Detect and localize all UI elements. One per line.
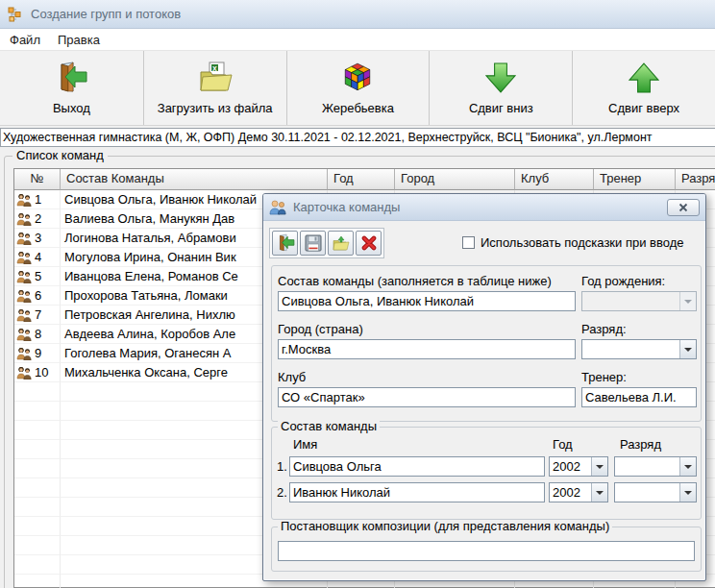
table-cell — [14, 421, 61, 440]
save-icon — [305, 234, 322, 252]
team-members-group: Состав команды Имя Год Разряд 1. 2002 2.… — [271, 427, 702, 520]
menu-bar: Файл Правка — [0, 29, 715, 51]
member-year-value: 2002 — [553, 459, 590, 474]
dialog-delete-button[interactable] — [356, 231, 382, 256]
table-cell: 1 — [14, 190, 61, 209]
chevron-down-icon[interactable] — [679, 457, 696, 476]
menu-edit[interactable]: Правка — [50, 30, 108, 50]
member-name-column-label: Имя — [293, 437, 317, 452]
birth-year-label: Год рождения: — [581, 274, 665, 288]
member-grade-combobox[interactable] — [614, 482, 697, 502]
composer-field[interactable] — [278, 541, 695, 561]
team-card-icon — [269, 200, 286, 215]
team-people-icon — [16, 308, 32, 322]
dialog-save-button[interactable] — [300, 231, 326, 256]
member-name-field[interactable] — [289, 456, 545, 477]
member-year-value: 2002 — [553, 485, 590, 500]
exit-button[interactable]: Выход — [0, 51, 143, 125]
team-people-icon — [16, 270, 32, 283]
chevron-down-icon[interactable] — [679, 340, 696, 358]
team-people-icon — [16, 289, 32, 303]
dialog-exit-button[interactable] — [272, 231, 298, 256]
exit-door-icon — [276, 233, 295, 253]
load-from-file-button[interactable]: X Загрузить из файла — [143, 51, 286, 125]
club-label: Клуб — [278, 370, 306, 384]
team-composition-label: Состав команды (заполняется в таблице ни… — [278, 274, 552, 288]
dialog-titlebar: Карточка команды — [263, 194, 705, 221]
toolbar-button-label: Жеребьевка — [322, 101, 394, 115]
chevron-down-icon[interactable] — [591, 457, 607, 476]
grade-combobox[interactable] — [581, 339, 697, 359]
hints-checkbox-row: Использовать подсказки при вводе — [462, 235, 684, 250]
team-people-icon — [16, 193, 32, 207]
city-field[interactable] — [278, 339, 576, 359]
chevron-down-icon[interactable] — [591, 483, 607, 502]
chevron-down-icon[interactable] — [679, 292, 696, 310]
team-number: 9 — [35, 344, 41, 362]
team-people-icon — [16, 328, 32, 341]
table-cell: 5 — [14, 267, 61, 286]
team-number: 10 — [35, 363, 48, 381]
team-number: 3 — [35, 229, 41, 247]
team-number: 7 — [35, 306, 41, 324]
table-cell — [14, 478, 61, 498]
team-number: 4 — [35, 248, 41, 266]
column-header-trainer[interactable]: Тренер — [594, 169, 676, 190]
team-people-icon — [16, 347, 32, 360]
composer-group-label: Постановщик композиции (для представлени… — [278, 520, 612, 533]
load-folder-icon — [332, 235, 350, 252]
member-grade-combobox[interactable] — [614, 456, 697, 477]
menu-file[interactable]: Файл — [2, 30, 48, 50]
team-list-group-label: Список команд — [12, 149, 108, 162]
draw-lots-button[interactable]: Жеребьевка — [286, 51, 430, 125]
member-row-index: 2. — [277, 485, 287, 500]
shift-down-button[interactable]: Сдвиг вниз — [429, 51, 572, 125]
trainer-field[interactable] — [581, 387, 697, 407]
dialog-load-button[interactable] — [328, 231, 354, 256]
dialog-title: Карточка команды — [293, 200, 667, 214]
column-header-num[interactable]: № — [14, 169, 61, 190]
cube-icon — [341, 59, 374, 97]
table-cell: 10 — [14, 363, 61, 382]
member-year-combobox[interactable]: 2002 — [549, 482, 608, 502]
column-header-club[interactable]: Клуб — [515, 169, 594, 190]
table-cell: 6 — [14, 286, 61, 306]
team-fields-group: Состав команды (заполняется в таблице ни… — [271, 265, 702, 422]
exit-door-icon — [54, 59, 88, 97]
table-cell — [14, 402, 61, 421]
team-composition-field[interactable] — [278, 291, 576, 311]
dialog-body: Использовать подсказки при вводе Состав … — [263, 221, 705, 580]
dialog-close-button[interactable] — [667, 199, 700, 216]
team-table-header: № Состав Команды Год Город Клуб Тренер Р… — [14, 169, 715, 190]
team-people-icon — [16, 366, 32, 380]
member-name-field[interactable] — [289, 482, 545, 502]
toolbar-button-label: Загрузить из файла — [158, 101, 273, 115]
column-header-year[interactable]: Год — [328, 169, 395, 190]
hints-checkbox-label: Использовать подсказки при вводе — [481, 235, 684, 250]
table-cell: 4 — [14, 248, 61, 267]
delete-icon — [361, 235, 377, 251]
table-cell — [14, 382, 61, 402]
club-field[interactable] — [278, 387, 576, 407]
shift-up-button[interactable]: Сдвиг вверх — [572, 51, 715, 125]
column-header-grade[interactable]: Разряд — [676, 169, 715, 190]
column-header-team[interactable]: Состав Команды — [61, 169, 328, 190]
dialog-toolbar — [269, 228, 384, 258]
main-toolbar: Выход X Загрузить из файла — [0, 51, 715, 126]
table-cell: 8 — [14, 325, 61, 344]
close-icon — [678, 203, 688, 212]
member-year-combobox[interactable]: 2002 — [549, 456, 608, 477]
team-people-icon — [16, 212, 32, 226]
table-cell: 3 — [14, 229, 61, 248]
hints-checkbox[interactable] — [462, 236, 475, 249]
team-number: 6 — [35, 286, 41, 305]
team-people-icon — [16, 251, 32, 264]
table-cell — [14, 459, 61, 478]
load-file-icon: X — [197, 59, 234, 97]
team-number: 1 — [35, 190, 41, 208]
birth-year-combobox[interactable] — [581, 291, 697, 311]
table-cell — [14, 536, 61, 555]
team-number: 8 — [35, 325, 41, 343]
column-header-city[interactable]: Город — [395, 169, 515, 190]
chevron-down-icon[interactable] — [679, 483, 696, 502]
